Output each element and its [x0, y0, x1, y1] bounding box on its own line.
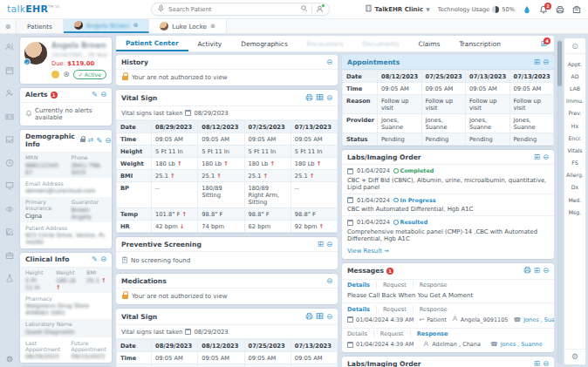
collapse-icon[interactable]: ⊖	[543, 58, 549, 66]
print-icon[interactable]	[305, 93, 313, 103]
panel-alerts-icon[interactable]: ⊞4	[540, 40, 547, 48]
compose-icon[interactable]	[5, 228, 14, 238]
collapse-icon[interactable]: ⊖	[326, 277, 332, 285]
add-icon[interactable]: ⊞	[534, 58, 540, 66]
edit-icon[interactable]: ✎	[96, 137, 102, 145]
droplet-icon[interactable]	[523, 5, 531, 14]
tab-activity[interactable]: Activity	[188, 36, 232, 51]
rail-item-immu[interactable]: Immu.	[564, 95, 585, 107]
print-icon[interactable]	[305, 312, 313, 322]
tab-claims[interactable]: Claims	[409, 36, 450, 51]
message-tab-response[interactable]: Response	[414, 306, 454, 313]
notifications-bell-icon[interactable]: 2	[539, 5, 548, 14]
briefcase-icon[interactable]	[5, 251, 14, 262]
rail-item-ad[interactable]: AD	[564, 70, 585, 82]
message-item[interactable]: Details Request Response 01/04/2024 4:39…	[342, 329, 554, 353]
search-input[interactable]	[168, 6, 297, 13]
message-tab-request[interactable]: Request	[377, 306, 414, 313]
collapse-icon[interactable]: ⊖	[326, 241, 332, 248]
close-tab-icon[interactable]: ⊗	[210, 23, 215, 30]
message-recipient-link[interactable]: Jones , Suanne	[501, 341, 543, 348]
tab-transcription[interactable]: Transcription	[449, 36, 510, 51]
message-tab-request[interactable]: Request	[377, 282, 414, 289]
close-tab-icon[interactable]: ⊗	[133, 22, 138, 29]
view-result-link[interactable]: View Result →	[342, 245, 554, 259]
tab-documents[interactable]: Documents	[352, 36, 408, 51]
message-tab-details[interactable]: Details	[347, 282, 377, 289]
vertical-scrollbar[interactable]	[557, 39, 563, 364]
contacts-icon[interactable]	[5, 43, 14, 53]
tab-encounters[interactable]: Encounters	[297, 36, 353, 51]
add-icon[interactable]: ⊞	[534, 267, 540, 275]
message-item[interactable]: Details Request Response 01/04/2024 4:39…	[342, 303, 554, 329]
sync-icon[interactable]: ⇄	[88, 137, 93, 144]
inbox-icon[interactable]	[5, 135, 14, 146]
collapse-icon[interactable]: ⊖	[105, 137, 111, 145]
id-card-icon[interactable]	[5, 112, 14, 123]
add-patient-icon[interactable]	[5, 89, 14, 99]
message-recipient-link[interactable]: Jones , Suanne	[523, 316, 554, 323]
collapse-icon[interactable]: ⊖	[543, 360, 549, 367]
add-icon[interactable]: ⊞	[318, 241, 324, 248]
rail-item-appt[interactable]: Appt.	[564, 58, 585, 70]
rail-item-vitals[interactable]: Vitals	[564, 144, 585, 156]
deactivate-icon[interactable]: ⊗	[63, 71, 70, 78]
table-view-icon[interactable]	[316, 312, 324, 322]
tab-patient-center[interactable]: Patient Center	[116, 36, 188, 51]
collapse-icon[interactable]: ⊖	[326, 58, 332, 66]
tab-patients[interactable]: Patients	[16, 19, 64, 33]
collapse-icon[interactable]: ⊖	[326, 94, 332, 102]
sticky-note-icon[interactable]	[51, 71, 59, 78]
tabs-menu-icon[interactable]: ⊗	[0, 19, 16, 33]
patient-avatar[interactable]: ✓	[24, 42, 47, 65]
collapse-icon[interactable]: ⊖	[543, 267, 549, 275]
print-icon[interactable]	[556, 5, 564, 14]
eye-icon[interactable]	[5, 205, 14, 215]
message-tab-request[interactable]: Request	[374, 330, 411, 337]
message-tab-response[interactable]: Response	[414, 282, 454, 289]
message-item[interactable]: Details Request Response Please Call Bac…	[342, 280, 554, 304]
rail-item-dx[interactable]: Dx	[564, 181, 585, 194]
patient-queue-icon[interactable]	[316, 5, 324, 13]
flask-icon[interactable]	[5, 274, 14, 284]
rail-item-fs[interactable]: FS	[564, 157, 585, 169]
edit-icon[interactable]: ✎	[92, 91, 98, 99]
rail-item-allerg[interactable]: Allerg.	[564, 169, 585, 181]
rail-settings-gear-icon[interactable]: ⚙	[564, 349, 585, 361]
mic-icon[interactable]	[157, 4, 165, 14]
collapse-icon[interactable]: ⊖	[326, 313, 332, 321]
calendar-icon[interactable]	[5, 66, 14, 77]
tab-demographics[interactable]: Demographics	[231, 36, 297, 51]
scanner-icon[interactable]	[572, 5, 581, 14]
rail-item-hx[interactable]: Hx	[564, 119, 585, 132]
rail-item-msg[interactable]: Msg.	[564, 206, 585, 218]
add-icon[interactable]: ⊞	[534, 153, 540, 161]
lab-order-item[interactable]: 01/04/2024In Progress CBC with Automated…	[342, 194, 554, 217]
lab-order-item[interactable]: 01/04/2024Resulted Comprehensive metabol…	[342, 216, 554, 245]
add-icon[interactable]: ⊞	[534, 360, 540, 367]
message-tab-details[interactable]: Details	[347, 306, 377, 313]
rail-item-encr[interactable]: Encr.	[564, 132, 585, 144]
search-icon[interactable]	[300, 4, 308, 14]
monitor-icon[interactable]	[5, 181, 14, 192]
settings-gear-icon[interactable]: ⚙	[6, 355, 13, 364]
message-tab-details[interactable]: Details	[347, 330, 374, 337]
clinic-selector[interactable]: TalkEHR Clinic ▼	[365, 4, 430, 14]
clock-icon[interactable]	[5, 159, 14, 169]
print-icon[interactable]	[523, 266, 531, 275]
tab-patient-angela-brown[interactable]: Angela Brown ⊗	[64, 19, 150, 33]
rail-item-med[interactable]: Med.	[564, 194, 585, 206]
tab-patient-luke-locke[interactable]: Luke Locke ⊗	[149, 19, 226, 33]
collapse-icon[interactable]: ⊖	[100, 255, 106, 263]
patient-search-bar[interactable]	[151, 3, 330, 16]
collapse-icon[interactable]: ⊖	[100, 91, 106, 99]
rail-item-prev[interactable]: Prev.	[564, 107, 585, 119]
table-view-icon[interactable]	[316, 93, 324, 103]
lab-order-item[interactable]: 01/04/2024Completed CBC + Diff Bld (CBNC…	[342, 165, 554, 194]
rail-item-lab[interactable]: LAB	[564, 82, 585, 94]
history-clock-icon[interactable]: ⊙	[564, 42, 585, 54]
message-tab-response[interactable]: Response	[411, 330, 455, 337]
collapse-icon[interactable]: ⊖	[543, 153, 549, 161]
scrollbar-thumb[interactable]	[557, 41, 562, 86]
edit-icon[interactable]: ✎	[92, 255, 98, 263]
